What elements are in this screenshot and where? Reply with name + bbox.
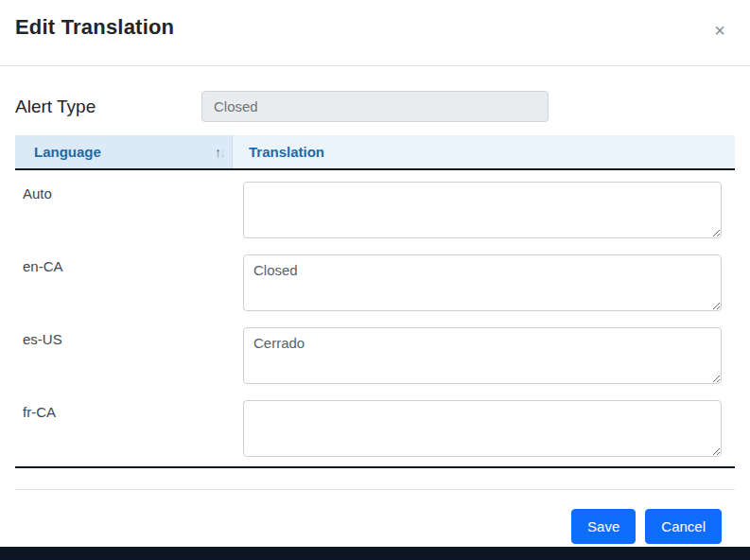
column-header-language[interactable]: Language ↑ ↓ <box>15 135 233 168</box>
modal-header: Edit Translation × <box>0 0 750 66</box>
alert-type-field <box>201 91 549 122</box>
table-body: Auto en-CA Closed es-US Cerrado <box>15 170 735 468</box>
language-label: en-CA <box>15 254 243 311</box>
alert-type-row: Alert Type <box>15 91 735 122</box>
table-header-row: Language ↑ ↓ Translation <box>15 135 735 170</box>
modal-footer: Save Cancel <box>15 489 735 544</box>
translation-textarea-es-us[interactable]: Cerrado <box>243 327 722 384</box>
sort-icons[interactable]: ↑ ↓ <box>215 145 232 160</box>
page-bottom-bar <box>0 547 750 560</box>
close-icon[interactable]: × <box>705 17 735 44</box>
language-label: es-US <box>15 327 243 384</box>
save-button[interactable]: Save <box>571 509 636 544</box>
column-header-language-label: Language <box>34 144 101 160</box>
modal-body: Alert Type Language ↑ ↓ Translation Au <box>0 66 750 547</box>
language-label: Auto <box>15 182 243 238</box>
table-row: Auto <box>15 182 735 238</box>
sort-descending-icon: ↓ <box>219 145 224 160</box>
column-header-translation: Translation <box>233 135 735 168</box>
column-header-translation-label: Translation <box>249 144 324 160</box>
table-row: es-US Cerrado <box>15 327 735 384</box>
table-row: en-CA Closed <box>15 254 735 311</box>
language-label: fr-CA <box>15 400 243 457</box>
translations-table: Language ↑ ↓ Translation Auto <box>15 135 735 468</box>
cancel-button[interactable]: Cancel <box>645 509 722 544</box>
translation-cell: Closed <box>243 254 735 311</box>
alert-type-label: Alert Type <box>15 96 201 117</box>
translation-textarea-en-ca[interactable]: Closed <box>243 254 722 311</box>
table-row: fr-CA <box>15 400 735 457</box>
translation-cell <box>243 400 735 457</box>
translation-cell: Cerrado <box>243 327 735 384</box>
page-title: Edit Translation <box>15 15 174 40</box>
translation-textarea-fr-ca[interactable] <box>243 400 722 457</box>
edit-translation-modal: Edit Translation × Alert Type Language ↑… <box>0 0 750 547</box>
translation-textarea-auto[interactable] <box>243 182 722 238</box>
translation-cell <box>243 182 735 238</box>
